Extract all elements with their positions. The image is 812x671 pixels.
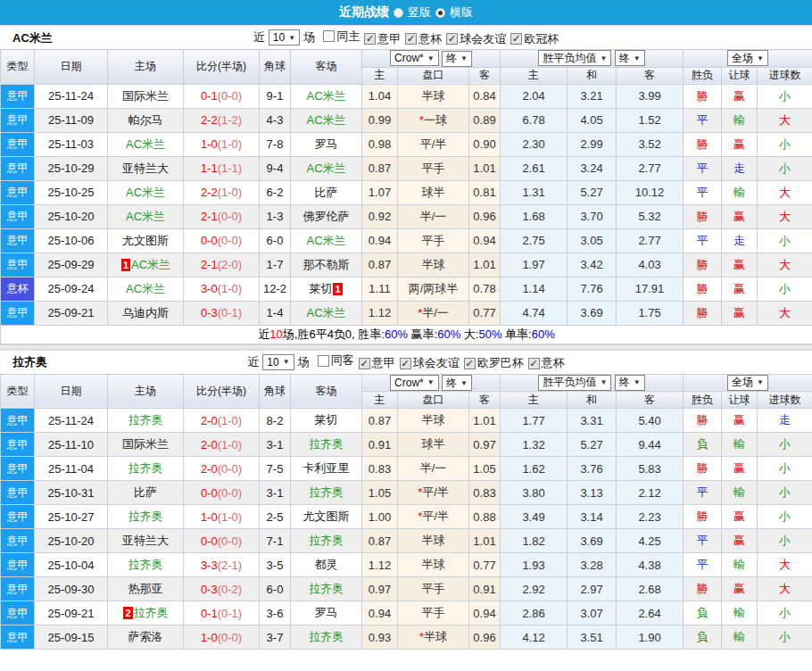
checkbox-icon[interactable]: ✓ xyxy=(446,33,458,45)
checkbox-icon[interactable]: ✓ xyxy=(464,358,476,369)
checkbox-icon[interactable]: ✓ xyxy=(528,358,540,369)
away-team: 拉齐奥 xyxy=(291,529,362,553)
odds-home: 0.94 xyxy=(362,228,398,253)
avg-lose-odds: 3.52 xyxy=(617,132,684,156)
home-team: 亚特兰大 xyxy=(108,529,184,553)
fulltime-score: 3-3 xyxy=(201,559,218,572)
home-team: AC米兰 xyxy=(108,204,184,228)
corner-count: 3-1 xyxy=(260,433,291,457)
filter-checkbox-意杯[interactable]: ✓意杯 xyxy=(405,31,442,47)
result-winlose: 勝 xyxy=(684,577,722,601)
match-date: 25-09-24 xyxy=(35,277,108,301)
filter-checkbox-同客[interactable]: 同客 xyxy=(318,352,354,369)
match-row: 意甲25-10-04拉齐奥3-3(2-1)3-5都灵1.12半球0.771.93… xyxy=(1,553,812,577)
result-goals: 大 xyxy=(758,301,812,325)
odds-company-select[interactable]: Crow*▼ xyxy=(390,50,439,66)
avg-odds-select[interactable]: 胜平负均值▼ xyxy=(538,50,611,66)
fulltime-score: 2-0 xyxy=(201,414,218,427)
score-cell: 2-1(0-0) xyxy=(184,204,260,228)
col-header-score: 比分(半场) xyxy=(184,374,260,409)
odds-home: 0.93 xyxy=(362,625,398,650)
avg-draw-odds: 3.07 xyxy=(568,601,617,625)
filter-checkbox-同主[interactable]: 同主 xyxy=(323,29,360,45)
score-cell: 0-0(0-0) xyxy=(184,529,260,553)
filter-checkbox-意甲[interactable]: ✓意甲 xyxy=(359,355,395,371)
score-cell: 2-2(1-0) xyxy=(184,180,260,204)
avg-draw-odds: 2.97 xyxy=(568,577,617,601)
checkbox-icon[interactable]: ✓ xyxy=(510,33,522,45)
score-cell: 0-1(0-0) xyxy=(184,84,260,108)
radio-vertical-layout[interactable] xyxy=(394,8,403,18)
radio-horizontal-label[interactable]: 横版 xyxy=(450,4,473,21)
match-count-select[interactable]: 10▼ xyxy=(262,354,294,370)
odds-home: 1.11 xyxy=(362,277,398,301)
corner-count: 6-2 xyxy=(260,180,291,204)
result-handicap: 走 xyxy=(722,228,758,253)
avg-time-select[interactable]: 终▼ xyxy=(615,50,645,66)
chevron-down-icon: ▼ xyxy=(288,34,295,42)
filter-checkbox-意杯[interactable]: ✓意杯 xyxy=(528,355,565,371)
avg-odds-select[interactable]: 胜平负均值▼ xyxy=(538,375,611,391)
sub-header-handicap: 盘口 xyxy=(398,392,469,409)
star-marker: * xyxy=(419,630,424,643)
odds-away: 0.88 xyxy=(469,505,501,529)
radio-vertical-label[interactable]: 竖版 xyxy=(408,4,431,21)
filter-checkbox-球会友谊[interactable]: ✓球会友谊 xyxy=(400,355,460,371)
fulltime-score: 2-2 xyxy=(201,113,218,127)
match-row: 意甲25-09-30热那亚0-3(0-2)6-0拉齐奥0.97平手0.912.9… xyxy=(1,577,812,601)
score-cell: 0-0(0-0) xyxy=(184,481,260,505)
checkbox-icon[interactable] xyxy=(323,30,335,42)
league-type-badge: 意甲 xyxy=(1,529,35,553)
chevron-down-icon: ▼ xyxy=(427,378,435,386)
fulltime-score: 0-3 xyxy=(201,583,218,596)
match-date: 25-10-20 xyxy=(35,529,108,553)
home-team: 拉齐奥 xyxy=(108,553,184,577)
checkbox-icon[interactable]: ✓ xyxy=(400,358,411,369)
fulltime-score: 1-1 xyxy=(201,162,218,175)
score-cell: 0-1(0-1) xyxy=(184,601,260,625)
filter-checkbox-欧冠杯[interactable]: ✓欧冠杯 xyxy=(510,31,559,47)
home-team: 乌迪内斯 xyxy=(108,301,184,325)
checkbox-icon[interactable] xyxy=(318,355,329,367)
odds-away: 1.05 xyxy=(469,457,501,481)
full-match-select[interactable]: 全场▼ xyxy=(727,375,768,391)
corner-count: 3-6 xyxy=(260,601,291,625)
red-card-badge: 1 xyxy=(333,283,342,295)
odds-away: 0.96 xyxy=(469,625,501,650)
avg-win-odds: 1.77 xyxy=(501,409,568,433)
match-row: 意甲25-09-291AC米兰2-1(2-0)1-7那不勒斯0.87半球1.01… xyxy=(1,253,812,277)
match-date: 25-11-09 xyxy=(35,108,108,132)
result-goals: 小 xyxy=(758,277,812,301)
score-cell: 0-3(0-2) xyxy=(184,577,260,601)
odds-home: 1.05 xyxy=(362,481,398,505)
filter-checkbox-意甲[interactable]: ✓意甲 xyxy=(364,31,401,47)
checkbox-icon[interactable]: ✓ xyxy=(364,33,376,45)
home-team: 亚特兰大 xyxy=(108,156,184,180)
halftime-score: (2-1) xyxy=(218,559,242,572)
filter-checkbox-欧罗巴杯[interactable]: ✓欧罗巴杯 xyxy=(464,355,524,371)
away-team: 比萨 xyxy=(291,180,362,204)
odds-time-select[interactable]: 终▼ xyxy=(442,51,472,67)
filter-checkbox-球会友谊[interactable]: ✓球会友谊 xyxy=(446,31,506,47)
odds-away: 0.96 xyxy=(469,204,501,228)
checkbox-icon[interactable]: ✓ xyxy=(359,358,370,369)
avg-lose-odds: 2.23 xyxy=(617,505,684,529)
handicap-line: 半球 xyxy=(398,409,469,433)
checkbox-label: 意甲 xyxy=(377,31,401,47)
home-team: AC米兰 xyxy=(108,180,184,204)
halftime-score: (0-0) xyxy=(218,631,242,644)
match-count-select[interactable]: 10▼ xyxy=(269,29,300,46)
full-match-select[interactable]: 全场▼ xyxy=(727,50,768,66)
col-header-score: 比分(半场) xyxy=(184,50,260,85)
avg-win-odds: 1.93 xyxy=(501,553,568,577)
odds-home: 0.97 xyxy=(362,577,398,601)
odds-away: 0.78 xyxy=(469,277,501,301)
halftime-score: (1-2) xyxy=(218,113,242,127)
avg-time-select[interactable]: 终▼ xyxy=(615,375,645,391)
corner-count: 7-8 xyxy=(260,132,291,156)
checkbox-icon[interactable]: ✓ xyxy=(405,33,417,45)
radio-horizontal-layout[interactable] xyxy=(435,8,445,18)
avg-win-odds: 2.30 xyxy=(501,132,568,156)
odds-time-select[interactable]: 终▼ xyxy=(442,375,472,391)
odds-company-select[interactable]: Crow*▼ xyxy=(390,375,439,391)
